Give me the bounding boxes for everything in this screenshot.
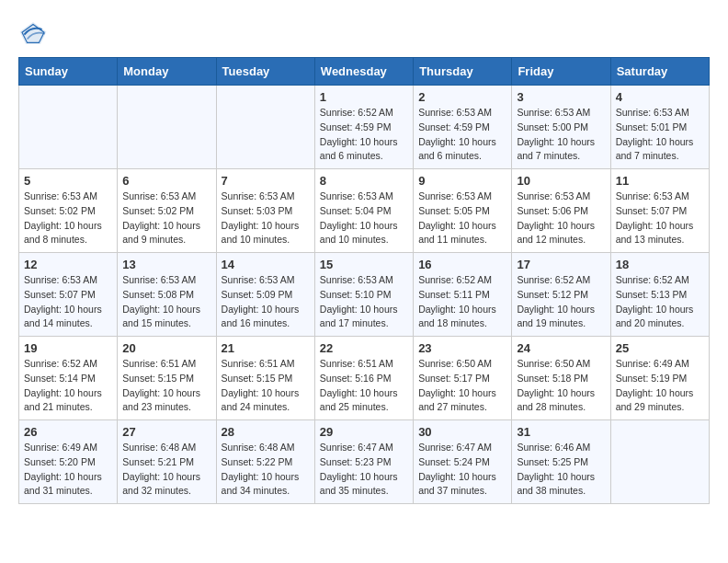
day-info: Sunrise: 6:52 AM Sunset: 5:11 PM Dayligh… [418,273,506,331]
week-row-1: 1Sunrise: 6:52 AM Sunset: 4:59 PM Daylig… [19,86,710,169]
calendar-cell: 22Sunrise: 6:51 AM Sunset: 5:16 PM Dayli… [314,337,413,420]
calendar-cell: 13Sunrise: 6:53 AM Sunset: 5:08 PM Dayli… [118,253,216,337]
day-info: Sunrise: 6:49 AM Sunset: 5:19 PM Dayligh… [616,357,704,415]
day-number: 21 [222,341,310,355]
day-info: Sunrise: 6:53 AM Sunset: 5:02 PM Dayligh… [122,190,210,247]
day-info: Sunrise: 6:49 AM Sunset: 5:20 PM Dayligh… [24,441,112,499]
calendar-cell: 19Sunrise: 6:52 AM Sunset: 5:14 PM Dayli… [19,337,118,420]
day-info: Sunrise: 6:53 AM Sunset: 4:59 PM Dayligh… [418,106,506,164]
calendar-cell [610,420,709,504]
day-info: Sunrise: 6:53 AM Sunset: 5:05 PM Dayligh… [418,190,506,247]
weekday-header-sunday: Sunday [19,58,118,86]
day-info: Sunrise: 6:53 AM Sunset: 5:02 PM Dayligh… [24,190,112,247]
calendar-cell: 8Sunrise: 6:53 AM Sunset: 5:04 PM Daylig… [314,169,413,253]
day-info: Sunrise: 6:52 AM Sunset: 5:14 PM Dayligh… [24,357,112,415]
day-info: Sunrise: 6:48 AM Sunset: 5:22 PM Dayligh… [222,441,310,499]
calendar-cell [118,86,216,169]
calendar-table: SundayMondayTuesdayWednesdayThursdayFrid… [18,57,710,504]
logo [18,18,53,48]
day-number: 31 [517,425,605,439]
weekday-header-monday: Monday [118,58,216,86]
weekday-header-thursday: Thursday [414,58,512,86]
day-info: Sunrise: 6:53 AM Sunset: 5:03 PM Dayligh… [222,190,310,247]
calendar-cell: 3Sunrise: 6:53 AM Sunset: 5:00 PM Daylig… [512,86,610,169]
calendar-cell: 27Sunrise: 6:48 AM Sunset: 5:21 PM Dayli… [118,420,216,504]
calendar-cell: 24Sunrise: 6:50 AM Sunset: 5:18 PM Dayli… [512,337,610,420]
day-number: 3 [517,90,605,104]
weekday-header-wednesday: Wednesday [314,58,413,86]
day-info: Sunrise: 6:47 AM Sunset: 5:24 PM Dayligh… [418,441,506,499]
day-info: Sunrise: 6:53 AM Sunset: 5:01 PM Dayligh… [616,106,704,164]
calendar-cell: 31Sunrise: 6:46 AM Sunset: 5:25 PM Dayli… [512,420,610,504]
day-number: 10 [517,174,605,188]
day-number: 27 [122,425,210,439]
calendar-cell: 4Sunrise: 6:53 AM Sunset: 5:01 PM Daylig… [610,86,709,169]
weekday-header-row: SundayMondayTuesdayWednesdayThursdayFrid… [19,58,710,86]
day-info: Sunrise: 6:51 AM Sunset: 5:15 PM Dayligh… [222,357,310,415]
weekday-header-tuesday: Tuesday [216,58,314,86]
day-number: 12 [24,258,112,271]
day-number: 5 [24,174,112,188]
day-info: Sunrise: 6:53 AM Sunset: 5:07 PM Dayligh… [24,273,112,331]
calendar-cell: 15Sunrise: 6:53 AM Sunset: 5:10 PM Dayli… [314,253,413,337]
calendar-cell: 1Sunrise: 6:52 AM Sunset: 4:59 PM Daylig… [314,86,413,169]
calendar-cell: 21Sunrise: 6:51 AM Sunset: 5:15 PM Dayli… [216,337,314,420]
calendar-cell: 17Sunrise: 6:52 AM Sunset: 5:12 PM Dayli… [512,253,610,337]
calendar-cell: 10Sunrise: 6:53 AM Sunset: 5:06 PM Dayli… [512,169,610,253]
day-number: 23 [418,341,506,355]
calendar-cell: 5Sunrise: 6:53 AM Sunset: 5:02 PM Daylig… [19,169,118,253]
calendar-cell: 11Sunrise: 6:53 AM Sunset: 5:07 PM Dayli… [610,169,709,253]
logo-icon [18,18,48,48]
day-number: 8 [320,174,408,188]
day-number: 2 [418,90,506,104]
day-number: 22 [320,341,408,355]
day-info: Sunrise: 6:46 AM Sunset: 5:25 PM Dayligh… [517,441,605,499]
week-row-5: 26Sunrise: 6:49 AM Sunset: 5:20 PM Dayli… [19,420,710,504]
calendar-cell: 28Sunrise: 6:48 AM Sunset: 5:22 PM Dayli… [216,420,314,504]
calendar-cell: 7Sunrise: 6:53 AM Sunset: 5:03 PM Daylig… [216,169,314,253]
day-number: 18 [616,258,704,271]
day-number: 30 [418,425,506,439]
day-info: Sunrise: 6:51 AM Sunset: 5:16 PM Dayligh… [320,357,408,415]
day-info: Sunrise: 6:52 AM Sunset: 5:12 PM Dayligh… [517,273,605,331]
calendar-cell: 16Sunrise: 6:52 AM Sunset: 5:11 PM Dayli… [414,253,512,337]
day-number: 16 [418,258,506,271]
day-info: Sunrise: 6:53 AM Sunset: 5:00 PM Dayligh… [517,106,605,164]
day-info: Sunrise: 6:53 AM Sunset: 5:10 PM Dayligh… [320,273,408,331]
day-number: 26 [24,425,112,439]
day-info: Sunrise: 6:53 AM Sunset: 5:06 PM Dayligh… [517,190,605,247]
day-number: 29 [320,425,408,439]
calendar-cell: 29Sunrise: 6:47 AM Sunset: 5:23 PM Dayli… [314,420,413,504]
day-info: Sunrise: 6:47 AM Sunset: 5:23 PM Dayligh… [320,441,408,499]
day-number: 20 [122,341,210,355]
week-row-2: 5Sunrise: 6:53 AM Sunset: 5:02 PM Daylig… [19,169,710,253]
day-info: Sunrise: 6:53 AM Sunset: 5:09 PM Dayligh… [222,273,310,331]
page-header [18,18,710,48]
day-info: Sunrise: 6:50 AM Sunset: 5:18 PM Dayligh… [517,357,605,415]
calendar-cell [216,86,314,169]
day-info: Sunrise: 6:52 AM Sunset: 5:13 PM Dayligh… [616,273,704,331]
day-number: 17 [517,258,605,271]
day-info: Sunrise: 6:53 AM Sunset: 5:04 PM Dayligh… [320,190,408,247]
week-row-3: 12Sunrise: 6:53 AM Sunset: 5:07 PM Dayli… [19,253,710,337]
day-number: 15 [320,258,408,271]
calendar-cell: 12Sunrise: 6:53 AM Sunset: 5:07 PM Dayli… [19,253,118,337]
calendar-cell: 23Sunrise: 6:50 AM Sunset: 5:17 PM Dayli… [414,337,512,420]
calendar-cell: 9Sunrise: 6:53 AM Sunset: 5:05 PM Daylig… [414,169,512,253]
day-info: Sunrise: 6:53 AM Sunset: 5:07 PM Dayligh… [616,190,704,247]
calendar-cell: 30Sunrise: 6:47 AM Sunset: 5:24 PM Dayli… [414,420,512,504]
day-info: Sunrise: 6:53 AM Sunset: 5:08 PM Dayligh… [122,273,210,331]
day-number: 28 [222,425,310,439]
calendar-cell: 6Sunrise: 6:53 AM Sunset: 5:02 PM Daylig… [118,169,216,253]
calendar-cell: 2Sunrise: 6:53 AM Sunset: 4:59 PM Daylig… [414,86,512,169]
day-number: 14 [222,258,310,271]
day-info: Sunrise: 6:51 AM Sunset: 5:15 PM Dayligh… [122,357,210,415]
day-number: 24 [517,341,605,355]
calendar-cell: 18Sunrise: 6:52 AM Sunset: 5:13 PM Dayli… [610,253,709,337]
calendar-cell: 14Sunrise: 6:53 AM Sunset: 5:09 PM Dayli… [216,253,314,337]
weekday-header-saturday: Saturday [610,58,709,86]
day-number: 7 [222,174,310,188]
weekday-header-friday: Friday [512,58,610,86]
day-number: 4 [616,90,704,104]
day-number: 9 [418,174,506,188]
